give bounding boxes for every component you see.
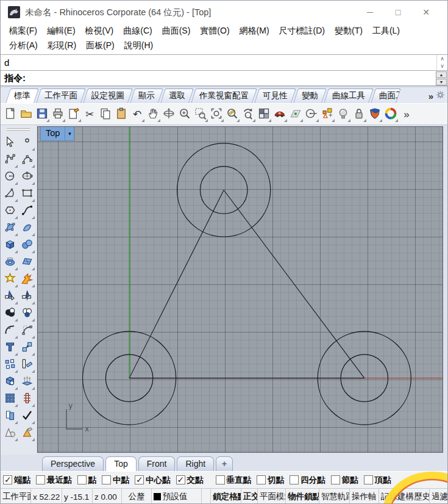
scroll-up-icon[interactable]: ∧ <box>440 56 444 62</box>
options-button[interactable] <box>383 106 399 123</box>
explode-button[interactable] <box>19 271 35 288</box>
dropdown-corner-icon[interactable] <box>15 216 18 219</box>
check-objects-button[interactable] <box>19 408 35 425</box>
viewport-layout-button[interactable] <box>256 106 272 123</box>
dropdown-corner-icon[interactable] <box>15 233 18 236</box>
viewport-tab-perspective[interactable]: Perspective <box>42 456 104 471</box>
sidebar-grip[interactable] <box>7 128 30 132</box>
dropdown-corner-icon[interactable] <box>300 119 303 122</box>
toolbar-tab-顯示[interactable]: 顯示 <box>130 88 163 103</box>
surface-from-points-button[interactable] <box>2 220 18 237</box>
dropdown-corner-icon[interactable] <box>252 119 255 122</box>
linear-array-button[interactable] <box>19 391 35 408</box>
sphere-button[interactable] <box>19 237 35 254</box>
surface-from-curves-button[interactable] <box>19 254 35 271</box>
torus-button[interactable] <box>2 254 18 271</box>
dropdown-corner-icon[interactable] <box>32 148 35 151</box>
menu-網格M[interactable]: 網格(M) <box>235 26 274 37</box>
menu-面板P[interactable]: 面板(P) <box>81 40 119 51</box>
osnap-交點[interactable]: 交點 <box>176 475 204 486</box>
solid-edit-button[interactable] <box>2 373 18 391</box>
dropdown-corner-icon[interactable] <box>32 216 35 219</box>
status-smarttrack[interactable]: 智慧軌跡 <box>319 489 350 504</box>
edit-document-button[interactable] <box>66 106 82 123</box>
primitive-solids-button[interactable] <box>2 425 18 442</box>
dropdown-corner-icon[interactable] <box>15 301 18 304</box>
command-prompt-spinner[interactable]: ▲ ▼ <box>435 71 447 85</box>
status-units[interactable]: 公釐 <box>122 489 152 504</box>
viewport-title-label[interactable]: Top ▼ <box>40 127 74 141</box>
pan-view-button[interactable] <box>145 106 161 123</box>
minimize-button[interactable]: ─ <box>356 7 384 17</box>
adjustable-blend-button[interactable] <box>19 322 35 339</box>
cut-button[interactable]: ✂ <box>82 106 98 123</box>
dropdown-corner-icon[interactable] <box>15 387 18 390</box>
zoom-dynamic-button[interactable] <box>177 106 193 123</box>
dropdown-corner-icon[interactable] <box>62 119 65 122</box>
status-grid-snap[interactable]: 鎖定格點 <box>210 489 241 504</box>
dropdown-corner-icon[interactable] <box>15 182 18 185</box>
menu-曲面S[interactable]: 曲面(S) <box>157 26 196 37</box>
dropdown-corner-icon[interactable] <box>32 182 35 185</box>
checkbox-unchecked-icon[interactable] <box>290 475 299 484</box>
osnap-中心點[interactable]: 中心點 <box>135 475 171 486</box>
render-button[interactable] <box>367 106 383 123</box>
orient-button[interactable] <box>19 356 35 373</box>
menu-編輯E[interactable]: 編輯(E) <box>42 26 80 37</box>
toolbar-tab-標準[interactable]: 標準 <box>5 88 39 103</box>
trim-button[interactable] <box>2 288 18 305</box>
dropdown-corner-icon[interactable] <box>15 336 18 339</box>
dropdown-corner-icon[interactable] <box>32 421 35 424</box>
dropdown-corner-icon[interactable] <box>284 119 287 122</box>
toolbar-tab-作業視窗配置[interactable]: 作業視窗配置 <box>191 88 257 103</box>
dropdown-corner-icon[interactable] <box>15 267 18 270</box>
box-button[interactable] <box>2 237 18 254</box>
gear-icon[interactable] <box>436 90 445 101</box>
command-prompt[interactable]: 指令: ▲ ▼ <box>1 70 447 86</box>
lock-button[interactable] <box>351 106 367 123</box>
dropdown-corner-icon[interactable] <box>363 119 366 122</box>
menu-檢視V[interactable]: 檢視(V) <box>80 26 119 37</box>
polyline-button[interactable] <box>2 151 18 168</box>
toolbar-tab-工作平面[interactable]: 工作平面 <box>36 88 86 103</box>
dropdown-corner-icon[interactable] <box>15 370 18 373</box>
car-button[interactable] <box>272 106 288 123</box>
undo-view-change-button[interactable] <box>240 106 256 123</box>
new-file-button[interactable] <box>2 106 18 123</box>
menu-尺寸標註D[interactable]: 尺寸標註(D) <box>274 26 330 37</box>
checkbox-unchecked-icon[interactable] <box>364 475 373 484</box>
menu-檔案F[interactable]: 檔案(F) <box>4 26 42 37</box>
dropdown-corner-icon[interactable] <box>32 438 35 441</box>
viewport-title-text[interactable]: Top <box>41 127 65 140</box>
dropdown-corner-icon[interactable] <box>379 119 382 122</box>
ellipse-button[interactable] <box>19 168 35 185</box>
dropdown-corner-icon[interactable] <box>32 404 35 407</box>
dropdown-corner-icon[interactable] <box>15 250 18 253</box>
circle-tool-button[interactable] <box>304 106 319 123</box>
dropdown-corner-icon[interactable] <box>347 119 350 122</box>
extrude-button[interactable] <box>19 373 35 391</box>
dropdown-corner-icon[interactable] <box>15 421 18 424</box>
toolbar-tab-曲線工具[interactable]: 曲線工具 <box>324 88 374 103</box>
checkbox-unchecked-icon[interactable] <box>102 475 111 484</box>
status-planar[interactable]: 平面模式 <box>258 489 286 504</box>
boolean-union-button[interactable] <box>2 305 18 322</box>
dropdown-corner-icon[interactable] <box>32 301 35 304</box>
dropdown-corner-icon[interactable] <box>15 438 18 441</box>
status-ortho[interactable]: 正交 <box>241 489 258 504</box>
scroll-down-icon[interactable]: ∨ <box>440 63 444 69</box>
split-button[interactable] <box>19 288 35 305</box>
dropdown-corner-icon[interactable] <box>32 250 35 253</box>
toolbar-tab-可見性[interactable]: 可見性 <box>254 88 296 103</box>
polygon-button[interactable] <box>2 203 18 220</box>
toolbar-tab-曲面工具[interactable]: 曲面工具 <box>371 88 401 103</box>
menu-彩現R[interactable]: 彩現(R) <box>43 40 81 51</box>
scale-button[interactable] <box>19 339 35 356</box>
dropdown-corner-icon[interactable] <box>332 119 335 122</box>
dropdown-corner-icon[interactable] <box>32 387 35 390</box>
text-button[interactable] <box>2 339 18 356</box>
layer-tools-button[interactable] <box>319 106 335 123</box>
dropdown-corner-icon[interactable] <box>316 119 319 122</box>
rotate-view-button[interactable] <box>161 106 177 123</box>
viewport-tab-top[interactable]: Top <box>105 456 137 471</box>
